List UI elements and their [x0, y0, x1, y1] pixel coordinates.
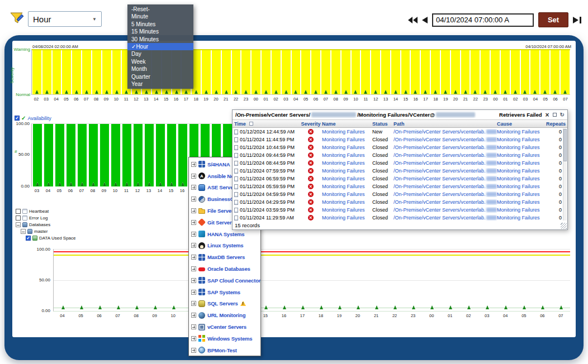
expand-icon[interactable]: [191, 185, 196, 190]
expand-icon[interactable]: [191, 255, 196, 260]
severity-bar[interactable]: [212, 50, 221, 94]
severity-bar[interactable]: [530, 50, 539, 94]
failure-row[interactable]: 01/11/2024 04:29:59 PMMonitoring Failure…: [233, 198, 567, 206]
availability-bar[interactable]: [44, 124, 53, 186]
severity-bar[interactable]: [72, 50, 81, 94]
failure-row[interactable]: 01/11/2024 08:44:59 PMMonitoring Failure…: [233, 159, 567, 167]
usage-point[interactable]: [459, 249, 478, 311]
name-link[interactable]: Monitoring Failures: [322, 129, 365, 135]
failures-table-header[interactable]: Time Severity Name Status Path Cause Rep…: [233, 119, 567, 128]
path-link[interactable]: /On-Premise/vCenter Servers/vcenterlab.: [393, 215, 486, 221]
tree-item[interactable]: Windows Systems: [191, 333, 260, 344]
usage-point[interactable]: [293, 249, 312, 311]
path-link[interactable]: /On-Premise/vCenter Servers/vcenterlab.: [393, 176, 486, 181]
tree-item[interactable]: SAP Cloud Connectors: [191, 275, 260, 286]
severity-bar[interactable]: [411, 50, 420, 94]
severity-bar[interactable]: [441, 50, 450, 94]
cause-link[interactable]: Monitoring Failures: [497, 184, 540, 189]
expand-icon[interactable]: [191, 336, 196, 341]
severity-bar[interactable]: [232, 50, 241, 94]
cause-link[interactable]: Monitoring Failures: [497, 129, 540, 135]
name-link[interactable]: Monitoring Failures: [322, 137, 365, 142]
availability-bar[interactable]: [67, 124, 75, 186]
severity-bar[interactable]: [331, 50, 340, 94]
path-link[interactable]: /On-Premise/vCenter Servers/vcenterlab.: [393, 168, 486, 174]
expand-icon[interactable]: [191, 208, 196, 213]
collapse-icon[interactable]: [16, 222, 21, 227]
collapse-icon[interactable]: [21, 229, 26, 234]
availability-checkbox[interactable]: ✓: [15, 116, 20, 121]
period-option[interactable]: Month: [127, 65, 193, 73]
cause-link[interactable]: Monitoring Failures: [497, 215, 540, 221]
tree-item[interactable]: vCenter Servers: [191, 321, 260, 333]
cause-link[interactable]: Monitoring Failures: [497, 152, 540, 158]
side-panel-item[interactable]: master: [21, 229, 48, 234]
severity-bar[interactable]: [62, 50, 71, 94]
usage-point[interactable]: [91, 249, 109, 311]
failures-window-titlebar[interactable]: /On-Premise/vCenter Servers/ /Monitoring…: [233, 110, 567, 119]
expand-icon[interactable]: [191, 174, 196, 179]
usage-point[interactable]: [386, 249, 404, 311]
severity-bar[interactable]: [222, 50, 231, 94]
period-option[interactable]: Quarter: [127, 73, 193, 80]
severity-bar[interactable]: [262, 50, 271, 94]
expand-icon[interactable]: [191, 197, 196, 202]
availability-bar[interactable]: [145, 124, 154, 186]
availability-bar[interactable]: [156, 124, 165, 186]
prev-button[interactable]: [422, 17, 428, 23]
sort-icon[interactable]: [249, 122, 253, 126]
cause-link[interactable]: Monitoring Failures: [497, 160, 540, 166]
cause-link[interactable]: Monitoring Failures: [497, 145, 540, 150]
severity-bar[interactable]: [321, 50, 330, 94]
failure-row[interactable]: 01/11/2024 07:59:59 PMMonitoring Failure…: [233, 167, 567, 175]
period-option[interactable]: Week: [127, 58, 193, 65]
severity-bar[interactable]: [241, 50, 250, 94]
severity-bar[interactable]: [421, 50, 430, 94]
usage-point[interactable]: [72, 249, 91, 311]
usage-point[interactable]: [54, 249, 72, 311]
usage-point[interactable]: [515, 249, 533, 311]
usage-point[interactable]: [275, 249, 293, 311]
checkbox[interactable]: [16, 215, 21, 221]
period-option[interactable]: 30 Minutes: [127, 36, 193, 43]
name-link[interactable]: Monitoring Failures: [322, 176, 365, 181]
path-link[interactable]: /On-Premise/vCenter Servers/vcenterlab.: [393, 207, 486, 213]
close-icon[interactable]: ×: [546, 112, 549, 118]
usage-point[interactable]: [552, 249, 570, 311]
availability-bar[interactable]: [100, 124, 109, 186]
expand-icon[interactable]: [191, 278, 196, 283]
availability-bar[interactable]: [78, 124, 87, 186]
severity-bar[interactable]: [361, 50, 370, 94]
usage-point[interactable]: [367, 249, 386, 311]
path-link[interactable]: /On-Premise/vCenter Servers/vcenterlab.: [393, 184, 486, 189]
failure-row[interactable]: 01/12/2024 12:44:59 AMMonitoring Failure…: [233, 128, 567, 136]
usage-point[interactable]: [423, 249, 441, 311]
failure-row[interactable]: 01/11/2024 10:44:59 PMMonitoring Failure…: [233, 143, 567, 151]
header-severity[interactable]: Severity: [300, 121, 322, 127]
filter-icon[interactable]: [9, 10, 25, 26]
availability-legend[interactable]: ✓ ✓ Availability: [15, 115, 51, 121]
failure-row[interactable]: 01/11/2024 11:29:59 AMMonitoring Failure…: [233, 214, 567, 222]
failure-row[interactable]: 01/11/2024 05:59:59 PMMonitoring Failure…: [233, 183, 567, 190]
path-link[interactable]: /On-Premise/vCenter Servers/vcenterlab.: [393, 199, 486, 205]
tree-item[interactable]: Linux Systems: [191, 240, 260, 252]
severity-bar[interactable]: [401, 50, 410, 94]
severity-bar[interactable]: [491, 50, 500, 94]
header-time[interactable]: Time: [233, 121, 300, 127]
usage-point[interactable]: [533, 249, 552, 311]
severity-bar[interactable]: [561, 50, 570, 94]
usage-point[interactable]: [330, 249, 349, 311]
failure-row[interactable]: 01/11/2024 04:59:59 PMMonitoring Failure…: [233, 190, 567, 198]
cause-link[interactable]: Monitoring Failures: [497, 137, 540, 142]
period-option[interactable]: 15 Minutes: [127, 28, 193, 35]
expand-icon[interactable]: [191, 290, 196, 295]
usage-point[interactable]: [146, 249, 164, 311]
name-link[interactable]: Monitoring Failures: [322, 199, 365, 205]
severity-bar[interactable]: [102, 50, 111, 94]
jump-start-button[interactable]: [408, 17, 418, 23]
side-panel-item[interactable]: Heartbeat: [16, 209, 49, 214]
cause-link[interactable]: Monitoring Failures: [497, 199, 540, 205]
availability-bar[interactable]: [178, 124, 187, 186]
tree-item[interactable]: URL Monitoring: [191, 309, 260, 321]
header-name[interactable]: Name: [322, 121, 372, 127]
